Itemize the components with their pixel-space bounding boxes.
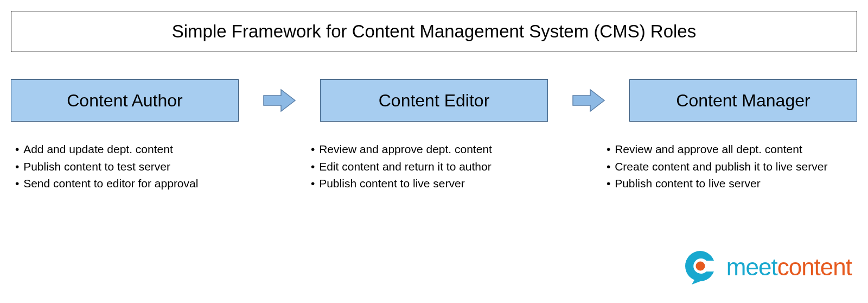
bullet-item: Add and update dept. content [15,141,266,158]
svg-point-0 [695,262,705,271]
bullet-item: Create content and publish it to live se… [607,158,857,175]
role-box-editor: Content Editor [320,79,548,122]
diagram-title: Simple Framework for Content Management … [11,11,857,52]
role-box-manager: Content Manager [629,79,857,122]
bullets-manager: Review and approve all dept. content Cre… [602,141,857,192]
bullet-item: Review and approve dept. content [311,141,561,158]
bullet-item: Publish content to live server [311,175,561,192]
bullet-item: Publish content to test server [15,158,266,175]
bullet-item: Publish content to live server [607,175,857,192]
bullets-author: Add and update dept. content Publish con… [11,141,266,192]
meetcontent-logo-icon [682,248,719,287]
bullet-item: Review and approve all dept. content [607,141,857,158]
roles-flow-row: Content Author Content Editor Content Ma… [8,79,860,122]
logo-text: meetcontent [726,254,852,281]
arrow-right-icon [260,88,298,113]
arrow-right-icon [570,88,608,113]
bullet-item: Edit content and return it to author [311,158,561,175]
meetcontent-logo: meetcontent [682,248,852,287]
bullets-editor: Review and approve dept. content Edit co… [307,141,561,192]
logo-text-meet: meet [726,254,777,280]
bullets-row: Add and update dept. content Publish con… [8,141,860,192]
logo-text-content: content [777,254,852,280]
bullet-item: Send content to editor for approval [15,175,266,192]
role-box-author: Content Author [11,79,239,122]
